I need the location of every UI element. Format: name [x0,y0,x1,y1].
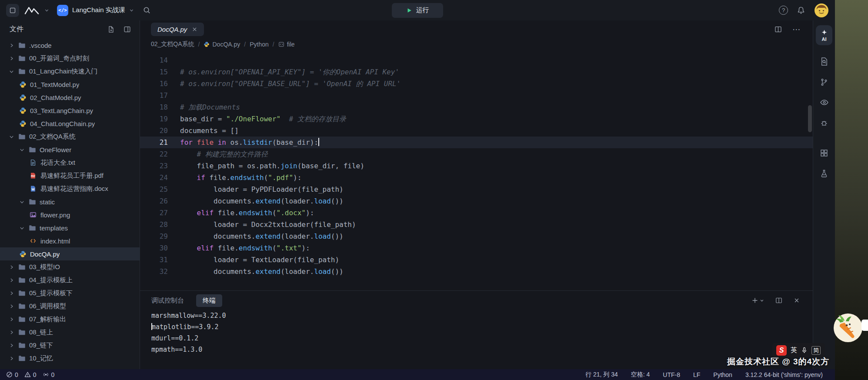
code-line[interactable]: 23 file_path = os.path.join(base_dir, fi… [140,160,813,172]
tree-item[interactable]: 04_ChatLongChain.py [0,117,140,130]
code-line[interactable]: 16# os.environ["OPENAI_BASE_URL"] = 'Ope… [140,78,813,90]
code-line[interactable]: 17 [140,90,813,101]
code-line[interactable]: 30 elif file.endswith(".txt"): [140,242,813,254]
tree-item[interactable]: DocQA.py [0,247,140,260]
close-panel-button[interactable] [793,297,801,304]
code-line[interactable]: 29 documents.extend(loader.load()) [140,230,813,242]
tree-item[interactable]: 10_记忆 [0,352,140,365]
terminal-output[interactable]: marshmallow==3.22.0matplotlib==3.9.2mdur… [140,310,813,355]
code-editor[interactable]: 1415# os.environ["OPENAI_API_KEY"] = '你的… [140,51,813,290]
tree-item[interactable]: 01_LangChain快速入门 [0,65,140,78]
tree-item[interactable]: 08_链上 [0,326,140,339]
code-line[interactable]: 22 # 构建完整的文件路径 [140,148,813,160]
new-terminal-button[interactable] [751,296,765,305]
line-number: 18 [140,101,168,113]
code-line[interactable]: 25 loader = PyPDFLoader(file_path) [140,183,813,195]
tree-item[interactable]: 01_TextModel.py [0,78,140,91]
flask-icon[interactable] [813,163,835,183]
tree-item-label: 02_文档QA系统 [29,133,76,141]
breadcrumb-item[interactable]: Python [250,41,269,48]
tree-item[interactable]: 02_ChatModel.py [0,91,140,104]
eye-icon[interactable] [813,92,835,113]
panel-tab[interactable]: 调试控制台 [151,297,184,305]
tree-item[interactable]: 03_TextLangChain.py [0,104,140,117]
chevron-down-icon[interactable] [44,8,49,13]
tree-item[interactable]: 00_开篇词_奇点时刻 [0,52,140,65]
code-line[interactable]: 31 loader = TextLoader(file_path) [140,254,813,266]
code-line[interactable]: 27 elif file.endswith(".docx"): [140,207,813,219]
status-item[interactable]: LF [693,371,700,378]
code-line[interactable]: 20documents = [] [140,125,813,137]
tree-item[interactable]: static [0,195,140,208]
status-item[interactable]: 空格: 4 [631,371,650,379]
open-editors-button[interactable] [123,25,132,34]
tree-item[interactable]: 02_文档QA系统 [0,130,140,143]
editor-scrollbar[interactable] [808,55,812,289]
window-icon [10,8,15,13]
code-line[interactable]: 15# os.environ["OPENAI_API_KEY"] = '你的Op… [140,66,813,78]
tree-item[interactable]: 07_解析输出 [0,313,140,326]
status-item[interactable]: 行 21, 列 34 [585,371,618,379]
folder-icon [18,42,29,49]
tree-item[interactable]: 06_调用模型 [0,300,140,313]
code-line[interactable]: 18# 加载Documents [140,101,813,113]
tree-item[interactable]: 05_提示模板下 [0,287,140,300]
tree-item[interactable]: .vscode [0,39,140,52]
warning-status[interactable]: 0 [24,371,37,378]
app-menu-button[interactable] [6,4,19,17]
tree-item[interactable]: PDF易速鲜花员工手册.pdf [0,169,140,182]
project-selector[interactable]: </> LangChain 实战课 [54,3,137,18]
tree-item[interactable]: templates [0,221,140,234]
code-text: elif file.endswith(".txt"): [168,242,310,254]
chevron-down-icon [19,147,29,153]
tree-item-label: 01_TextModel.py [30,81,79,88]
code-line[interactable]: 21for file in os.listdir(base_dir): [140,137,813,148]
code-line[interactable]: 19base_dir = "./OneFlower" # 文档的存放目录 [140,113,813,125]
code-line[interactable]: 24 if file.endswith(".pdf"): [140,172,813,183]
status-item[interactable]: UTF-8 [663,371,680,378]
status-item[interactable]: Python [713,371,732,378]
code-line[interactable]: 32 documents.extend(loader.load()) [140,266,813,277]
tree-item[interactable]: 09_链下 [0,339,140,352]
ime-language[interactable]: 英 [791,346,797,354]
code-text [168,90,180,101]
tree-item[interactable]: 03_模型IO [0,260,140,273]
tab-docqa[interactable]: DocQA.py [151,23,204,36]
search-button[interactable] [142,5,152,15]
broadcast-status[interactable]: 0 [43,371,55,378]
split-editor-button[interactable] [774,24,783,34]
tree-item[interactable]: W易速鲜花运营指南.docx [0,182,140,195]
folder-icon [18,316,29,323]
tree-item[interactable]: OneFlower [0,143,140,156]
code-line[interactable]: 26 documents.extend(loader.load()) [140,195,813,207]
breadcrumb-item[interactable]: DocQA.py [204,41,240,48]
bug-icon[interactable] [813,113,835,133]
more-actions-button[interactable]: ⋯ [791,24,801,34]
ime-bar[interactable]: S 英 简 [772,343,825,357]
avatar[interactable] [814,3,829,18]
ime-simplified-toggle[interactable]: 简 [811,346,821,355]
breadcrumb-item[interactable]: 02_文档QA系统 [151,40,194,48]
notifications-button[interactable] [796,5,806,16]
run-button[interactable]: 运行 [392,3,443,18]
tree-item[interactable]: index.html [0,234,140,247]
close-tab-icon[interactable] [192,27,197,32]
ai-assistant-button[interactable]: AI [816,25,832,45]
scrollbar-thumb[interactable] [808,105,812,132]
panel-tab[interactable]: 终端 [196,294,222,307]
new-file-button[interactable] [107,25,116,34]
code-line[interactable]: 14 [140,54,813,66]
tree-item[interactable]: 花语大全.txt [0,156,140,169]
code-line[interactable]: 28 loader = Docx2txtLoader(file_path) [140,219,813,230]
error-status[interactable]: 0 [6,371,18,378]
tree-item[interactable]: 04_提示模板上 [0,273,140,287]
split-terminal-button[interactable] [775,296,783,305]
status-item[interactable]: 3.12.2 64-bit ('shims': pyenv) [745,371,823,378]
extensions-icon[interactable] [813,143,835,163]
mic-icon[interactable] [801,347,808,353]
git-branch-icon[interactable] [813,72,835,92]
help-icon[interactable]: ? [779,6,788,15]
tree-item[interactable]: flower.png [0,208,140,221]
file-search-icon[interactable] [813,51,835,72]
breadcrumb-item[interactable]: file [278,41,295,48]
